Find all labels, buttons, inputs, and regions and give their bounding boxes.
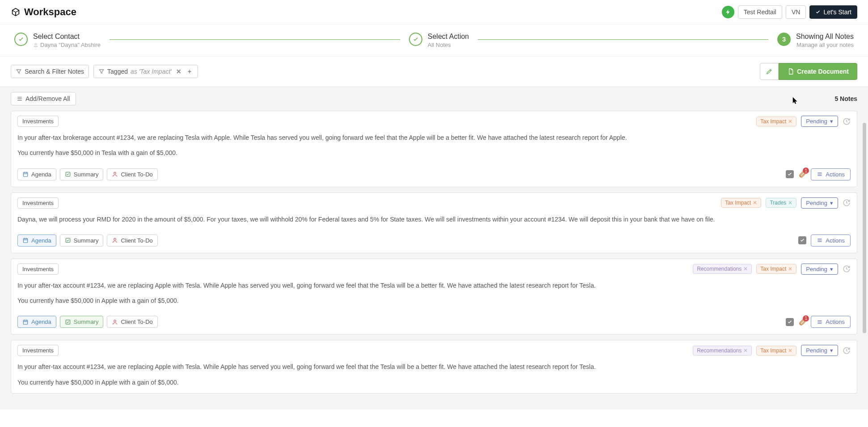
remove-tag-icon[interactable]: ✕ [788,347,792,354]
attachment-icon[interactable]: 1 [798,318,806,326]
step-1-title: Select Contact [33,33,101,41]
filter-icon [16,68,22,75]
tag-recommendations[interactable]: Recommendations✕ [693,346,752,356]
attachment-icon[interactable]: 1 [798,170,806,178]
history-icon[interactable] [843,265,851,273]
calendar-icon [22,237,29,243]
select-note-checkbox[interactable] [786,318,794,326]
active-filter-tag[interactable]: Tagged as 'Tax Impact' ✕ + [93,65,198,78]
step-divider [110,39,400,40]
note-card: Investments Tax Impact✕ Pending▾ In your… [11,111,857,187]
actions-button[interactable]: Actions [811,316,851,328]
remove-tag-icon[interactable]: ✕ [788,118,792,125]
summary-chip[interactable]: Summary [60,168,104,180]
menu-icon [817,237,823,243]
remove-tag-icon[interactable]: ✕ [743,347,748,354]
remove-filter-icon[interactable]: ✕ [174,68,183,75]
step-1-check-icon [14,33,28,46]
status-dropdown[interactable]: Pending▾ [801,197,838,209]
agenda-chip[interactable]: Agenda [17,234,56,247]
remove-tag-icon[interactable]: ✕ [753,200,757,206]
tag-trades[interactable]: Trades✕ [766,198,796,208]
tag-tax-impact[interactable]: Tax Impact✕ [756,117,796,126]
test-button[interactable]: Test Redtail [738,5,782,19]
step-3-sub: Manage all your notes [796,42,854,48]
summary-chip[interactable]: Summary [60,316,104,328]
svg-point-8 [114,320,116,322]
client-todo-chip[interactable]: Client To-Do [107,234,157,247]
step-divider [478,39,768,40]
person-icon [33,42,38,48]
actions-button[interactable]: Actions [811,168,851,180]
chevron-down-icon: ▾ [830,266,833,272]
chevron-down-icon: ▾ [830,200,833,206]
chevron-down-icon: ▾ [830,347,833,354]
step-2: Select Action All Notes [409,33,469,48]
svg-point-5 [114,239,116,241]
svg-rect-6 [23,320,27,324]
svg-point-2 [114,172,116,174]
status-dropdown[interactable]: Pending▾ [801,264,838,275]
note-category[interactable]: Investments [17,116,59,127]
create-document-button[interactable]: Create Document [779,63,857,80]
remove-tag-icon[interactable]: ✕ [788,266,792,272]
history-icon[interactable] [843,347,851,355]
lets-start-button[interactable]: Let's Start [809,5,857,19]
app-title: Workspace [24,6,76,18]
step-2-sub: All Notes [428,42,469,48]
client-todo-chip[interactable]: Client To-Do [107,316,157,328]
app-logo: Workspace [11,6,76,18]
note-category[interactable]: Investments [17,345,59,356]
select-note-checkbox[interactable] [798,236,806,244]
svg-rect-4 [66,239,70,243]
attachment-count-badge: 1 [803,315,809,322]
notes-list: Investments Tax Impact✕ Pending▾ In your… [0,111,868,410]
add-remove-all-button[interactable]: Add/Remove All [11,92,76,105]
tag-tax-impact[interactable]: Tax Impact✕ [721,198,761,208]
edit-button[interactable] [760,63,779,80]
scrollbar-thumb[interactable] [863,123,866,333]
status-dropdown[interactable]: Pending▾ [801,345,838,356]
agenda-chip[interactable]: Agenda [17,168,56,180]
user-icon [112,319,118,325]
pencil-icon [766,68,773,75]
tag-tax-impact[interactable]: Tax Impact✕ [756,346,796,356]
svg-rect-7 [66,320,70,324]
status-dropdown[interactable]: Pending▾ [801,116,838,127]
history-icon[interactable] [843,117,851,126]
calendar-icon [22,319,29,325]
add-filter-icon[interactable]: + [186,68,193,75]
user-icon [112,171,118,177]
calendar-icon [22,171,29,177]
note-body: In your after-tax brokerage account #123… [11,131,857,164]
select-note-checkbox[interactable] [786,170,794,178]
power-status-icon[interactable] [722,6,734,18]
progress-steps: Select Contact Dayna "Dayna" Abshire Sel… [0,25,868,57]
svg-rect-0 [23,172,27,176]
note-card: Investments Recommendations✕ Tax Impact✕… [11,259,857,335]
remove-tag-icon[interactable]: ✕ [743,266,748,272]
step-1: Select Contact Dayna "Dayna" Abshire [14,33,101,48]
search-filter-button[interactable]: Search & Filter Notes [11,65,89,78]
note-category[interactable]: Investments [17,264,59,275]
actions-button[interactable]: Actions [811,234,851,247]
summary-chip[interactable]: Summary [60,234,104,247]
note-card: Investments Tax Impact✕ Trades✕ Pending▾… [11,193,857,253]
header-actions: Test Redtail VN Let's Start [722,5,857,19]
note-body: In your after-tax account #1234, we are … [11,360,857,393]
step-3: 3 Showing All Notes Manage all your note… [777,33,854,48]
tag-tax-impact[interactable]: Tax Impact✕ [756,264,796,274]
remove-tag-icon[interactable]: ✕ [788,200,792,206]
notes-subbar: Add/Remove All 5 Notes [0,87,868,111]
history-icon[interactable] [843,199,851,207]
user-initials-button[interactable]: VN [786,5,806,19]
client-todo-chip[interactable]: Client To-Do [107,168,157,180]
agenda-chip[interactable]: Agenda [17,316,56,328]
tag-recommendations[interactable]: Recommendations✕ [693,264,752,274]
note-card: Investments Recommendations✕ Tax Impact✕… [11,340,857,394]
chevron-down-icon: ▾ [830,118,833,125]
note-category[interactable]: Investments [17,197,59,209]
check-square-icon [65,171,71,177]
notes-toolbar: Search & Filter Notes Tagged as 'Tax Imp… [0,57,868,87]
scrollbar[interactable] [863,123,866,410]
